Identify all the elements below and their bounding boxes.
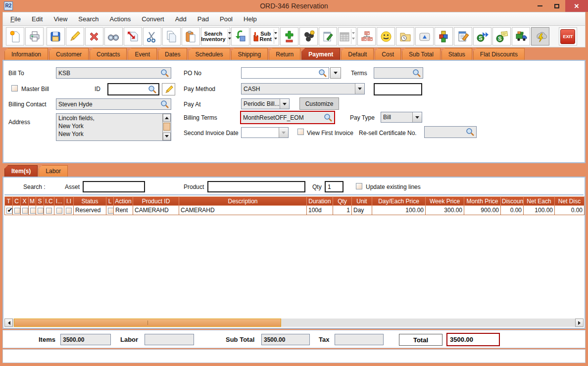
col-header-net-disc[interactable]: Net Disc [555, 197, 585, 206]
document-edit-button[interactable] [454, 27, 472, 46]
menu-add[interactable]: Add [170, 15, 192, 23]
delivery-truck-button[interactable] [512, 27, 530, 46]
row-checkbox-l[interactable] [108, 208, 114, 214]
chevron-down-icon[interactable] [280, 99, 289, 109]
row-checkbox-ic[interactable] [46, 208, 52, 214]
tab-contacts[interactable]: Contacts [90, 48, 127, 60]
col-header[interactable]: X [21, 197, 29, 206]
scroll-left-button[interactable] [4, 319, 13, 327]
col-header[interactable]: L [106, 197, 114, 206]
col-header-month-price[interactable]: Month Price [464, 197, 501, 206]
product-input[interactable] [207, 181, 305, 192]
minimize-button[interactable] [532, 0, 548, 12]
asset-input[interactable] [83, 181, 145, 192]
pay-type-combo[interactable]: Bill [381, 112, 422, 123]
tab-default[interactable]: Default [341, 48, 374, 60]
col-header-status[interactable]: Status [74, 197, 106, 206]
menu-help[interactable]: Help [238, 15, 262, 23]
pay-method-combo[interactable]: CASH [241, 83, 365, 94]
menu-pool[interactable]: Pool [214, 15, 238, 23]
scrollbar-thumb[interactable] [14, 319, 281, 327]
folder-clock-button[interactable] [396, 27, 414, 46]
tab-information[interactable]: Information [4, 48, 48, 60]
col-header[interactable]: C [13, 197, 21, 206]
address-scrollbar[interactable] [162, 114, 171, 140]
menu-edit[interactable]: Edit [26, 15, 48, 23]
calendar-dropdown[interactable] [351, 29, 356, 44]
pool-button[interactable] [299, 27, 318, 46]
tab-event[interactable]: Event [128, 48, 157, 60]
pay-at-combo[interactable]: Periodic Bill... [241, 98, 290, 109]
menu-convert[interactable]: Convert [136, 15, 170, 23]
po-no-field[interactable] [241, 67, 329, 79]
menu-actions[interactable]: Actions [104, 15, 137, 23]
billing-contact-field[interactable]: Steven Hyde [56, 98, 171, 110]
tab-items[interactable]: Item(s) [4, 165, 38, 177]
menu-file[interactable]: File [5, 15, 26, 23]
col-header-discount[interactable]: Discount [501, 197, 524, 206]
chevron-down-icon[interactable] [355, 84, 364, 94]
tab-shipping[interactable]: Shipping [231, 48, 268, 60]
send-forward-button[interactable]: S [473, 27, 491, 46]
copy-button[interactable] [162, 27, 181, 46]
scrollbar-thumb[interactable] [163, 123, 170, 131]
close-button[interactable]: ✕ [565, 0, 588, 12]
col-header[interactable]: T [5, 197, 13, 206]
second-invoice-date-combo[interactable] [241, 127, 289, 138]
col-header-week-price[interactable]: Week Price [426, 197, 464, 206]
search-inventory-dropdown[interactable] [228, 29, 231, 44]
col-header[interactable]: I.I [64, 197, 74, 206]
convert-button[interactable] [231, 27, 249, 46]
save-button[interactable] [47, 27, 65, 46]
customize-button[interactable]: Customize [299, 97, 339, 110]
add-remove-button[interactable] [280, 27, 298, 46]
col-header-duration[interactable]: Duration [307, 197, 333, 206]
tab-payment[interactable]: Payment [301, 48, 340, 60]
row-checkbox-ii[interactable] [66, 208, 72, 214]
org-chart-button[interactable] [357, 27, 376, 46]
col-header[interactable]: M [29, 197, 36, 206]
print-button[interactable] [25, 27, 44, 46]
po-no-dropdown-button[interactable] [330, 67, 341, 79]
items-horizontal-scrollbar[interactable] [4, 319, 584, 327]
calendar-button[interactable] [338, 27, 356, 46]
col-header-unit[interactable]: Unit [352, 197, 372, 206]
id-edit-button[interactable] [162, 83, 175, 95]
tab-cost[interactable]: Cost [375, 48, 401, 60]
col-header-net-each[interactable]: Net Each [524, 197, 555, 206]
search-inventory-button[interactable]: SearchInventory [201, 27, 230, 46]
col-header-qty[interactable]: Qty [333, 197, 352, 206]
edit-button[interactable] [66, 27, 84, 46]
terms-field[interactable] [374, 67, 423, 79]
find-button[interactable] [104, 27, 123, 46]
row-checkbox-t[interactable] [6, 208, 12, 214]
tab-return[interactable]: Return [269, 48, 300, 60]
tab-flat-discounts[interactable]: Flat Discounts [473, 48, 525, 60]
address-field[interactable]: Lincoln fields, New York New York [56, 113, 171, 141]
tab-customer[interactable]: Customer [49, 48, 89, 60]
scroll-right-button[interactable] [575, 319, 584, 327]
menu-view[interactable]: View [48, 15, 73, 23]
sub-rent-button[interactable]: Sub Rent [250, 27, 279, 46]
shortcut-key-button[interactable] [415, 27, 434, 46]
id-field[interactable] [107, 83, 159, 95]
tab-schedules[interactable]: Schedules [188, 48, 230, 60]
maximize-button[interactable] [548, 0, 565, 12]
smiley-button[interactable] [377, 27, 395, 46]
row-checkbox-m[interactable] [30, 208, 36, 214]
master-bill-checkbox[interactable] [11, 85, 18, 92]
row-checkbox-x[interactable] [22, 208, 28, 214]
col-header-day-price[interactable]: Day/Each Price [372, 197, 426, 206]
menu-search[interactable]: Search [73, 15, 104, 23]
tab-sub-total[interactable]: Sub Total [402, 48, 441, 60]
col-header-product-id[interactable]: Product ID [133, 197, 179, 206]
resell-certificate-field[interactable] [424, 126, 477, 138]
menu-pad[interactable]: Pad [192, 15, 214, 23]
sub-rent-dropdown[interactable] [274, 29, 277, 44]
col-header-action[interactable]: Action [114, 197, 133, 206]
bill-to-field[interactable]: KSB [56, 67, 171, 79]
copy-special-button[interactable] [124, 27, 142, 46]
view-first-invoice-checkbox[interactable] [297, 129, 304, 135]
color-cubes-button[interactable] [435, 27, 453, 46]
col-header[interactable]: I.C [44, 197, 54, 206]
